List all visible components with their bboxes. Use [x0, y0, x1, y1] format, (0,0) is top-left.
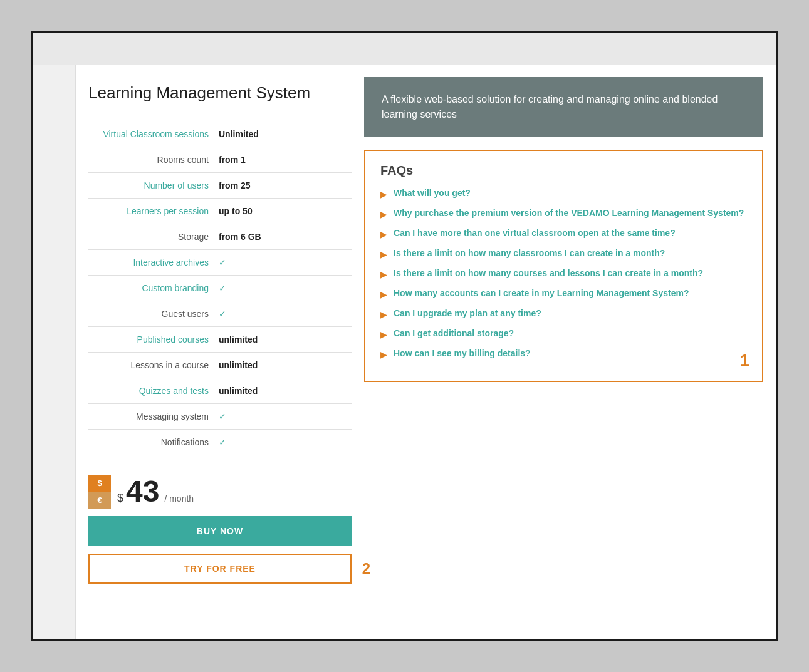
faq-arrow-icon: ▶ — [380, 289, 387, 299]
faq-arrow-icon: ▶ — [380, 229, 387, 239]
faqs-list: ▶What will you get?▶Why purchase the pre… — [380, 188, 747, 359]
table-row: Storagefrom 6 GB — [88, 224, 352, 250]
faq-item[interactable]: ▶Why purchase the premium version of the… — [380, 208, 747, 219]
buy-now-button[interactable]: BUY NOW — [88, 516, 352, 546]
feature-label: Quizzes and tests — [88, 378, 214, 404]
faqs-box: FAQs ▶What will you get?▶Why purchase th… — [364, 150, 763, 382]
faq-question-text: Can I have more than one virtual classro… — [394, 228, 676, 238]
feature-label: Custom branding — [88, 276, 214, 301]
feature-label: Guest users — [88, 301, 214, 327]
feature-value: from 1 — [214, 147, 352, 173]
feature-value: up to 50 — [214, 199, 352, 224]
currency-box: $ € — [88, 475, 111, 509]
price-amount: 43 — [126, 474, 159, 509]
faq-question-text: What will you get? — [394, 188, 471, 198]
faq-arrow-icon: ▶ — [380, 189, 387, 199]
pricing-section: $ € $ 43 / month BUY NOW — [88, 474, 352, 584]
faq-arrow-icon: ▶ — [380, 249, 387, 259]
price-period: / month — [164, 494, 194, 504]
feature-value: ✓ — [214, 404, 352, 430]
feature-value: from 6 GB — [214, 224, 352, 250]
left-sidebar — [33, 65, 76, 639]
page-title: Learning Management System — [88, 77, 352, 103]
top-bar — [33, 33, 776, 65]
table-row: Messaging system✓ — [88, 404, 352, 430]
dollar-sign: $ — [117, 492, 123, 505]
feature-value: ✓ — [214, 430, 352, 455]
feature-value: ✓ — [214, 276, 352, 301]
feature-value: unlimited — [214, 378, 352, 404]
feature-label: Messaging system — [88, 404, 214, 430]
table-row: Notifications✓ — [88, 430, 352, 455]
price-row: $ € $ 43 / month — [88, 474, 352, 509]
faq-item[interactable]: ▶How can I see my billing details? — [380, 348, 747, 359]
faq-arrow-icon: ▶ — [380, 349, 387, 359]
faq-badge: 1 — [739, 351, 749, 371]
main-content: Learning Management System Virtual Class… — [33, 65, 776, 639]
faq-question-text: Is there a limit on how many classrooms … — [394, 248, 665, 258]
right-panel: A flexible web-based solution for creati… — [364, 77, 763, 626]
eur-button[interactable]: € — [88, 492, 111, 509]
usd-button[interactable]: $ — [88, 475, 111, 492]
content-area: Learning Management System Virtual Class… — [76, 65, 776, 639]
feature-value: unlimited — [214, 353, 352, 378]
feature-label: Virtual Classroom sessions — [88, 121, 214, 147]
feature-label: Lessons in a course — [88, 353, 214, 378]
faq-arrow-icon: ▶ — [380, 209, 387, 219]
table-row: Quizzes and testsunlimited — [88, 378, 352, 404]
faq-arrow-icon: ▶ — [380, 269, 387, 279]
table-row: Lessons in a courseunlimited — [88, 353, 352, 378]
feature-table: Virtual Classroom sessionsUnlimitedRooms… — [88, 121, 352, 455]
page-container: Learning Management System Virtual Class… — [31, 31, 778, 641]
faq-item[interactable]: ▶Is there a limit on how many classrooms… — [380, 248, 747, 259]
faq-question-text: Why purchase the premium version of the … — [394, 208, 744, 218]
table-row: Learners per sessionup to 50 — [88, 199, 352, 224]
faq-question-text: Can I get additional storage? — [394, 328, 514, 338]
faq-item[interactable]: ▶What will you get? — [380, 188, 747, 199]
faqs-title: FAQs — [380, 163, 747, 178]
table-row: Number of usersfrom 25 — [88, 173, 352, 199]
description-text: A flexible web-based solution for creati… — [382, 92, 746, 122]
feature-value: Unlimited — [214, 121, 352, 147]
table-row: Rooms countfrom 1 — [88, 147, 352, 173]
feature-value: from 25 — [214, 173, 352, 199]
description-box: A flexible web-based solution for creati… — [364, 77, 763, 137]
faq-arrow-icon: ▶ — [380, 329, 387, 339]
try-row: TRY FOR FREE 2 — [88, 554, 352, 584]
feature-label: Number of users — [88, 173, 214, 199]
feature-value: ✓ — [214, 250, 352, 276]
faq-question-text: How can I see my billing details? — [394, 348, 531, 358]
faq-question-text: Can I upgrade my plan at any time? — [394, 308, 541, 318]
table-row: Guest users✓ — [88, 301, 352, 327]
try-for-free-button[interactable]: TRY FOR FREE — [88, 554, 352, 584]
faq-question-text: How many accounts can I create in my Lea… — [394, 288, 689, 298]
faq-arrow-icon: ▶ — [380, 309, 387, 319]
left-panel: Learning Management System Virtual Class… — [88, 77, 352, 626]
pricing-badge: 2 — [362, 560, 370, 577]
feature-label: Rooms count — [88, 147, 214, 173]
table-row: Interactive archives✓ — [88, 250, 352, 276]
feature-value: ✓ — [214, 301, 352, 327]
faq-item[interactable]: ▶How many accounts can I create in my Le… — [380, 288, 747, 299]
table-row: Virtual Classroom sessionsUnlimited — [88, 121, 352, 147]
feature-label: Published courses — [88, 327, 214, 353]
faq-question-text: Is there a limit on how many courses and… — [394, 268, 703, 278]
feature-label: Storage — [88, 224, 214, 250]
feature-label: Notifications — [88, 430, 214, 455]
table-row: Custom branding✓ — [88, 276, 352, 301]
feature-label: Interactive archives — [88, 250, 214, 276]
feature-value: unlimited — [214, 327, 352, 353]
faq-item[interactable]: ▶Can I upgrade my plan at any time? — [380, 308, 747, 319]
table-row: Published coursesunlimited — [88, 327, 352, 353]
feature-label: Learners per session — [88, 199, 214, 224]
try-wrapper: TRY FOR FREE — [88, 554, 352, 584]
price-display: $ 43 / month — [117, 474, 194, 509]
faq-item[interactable]: ▶Can I have more than one virtual classr… — [380, 228, 747, 239]
faq-item[interactable]: ▶Is there a limit on how many courses an… — [380, 268, 747, 279]
faq-item[interactable]: ▶Can I get additional storage? — [380, 328, 747, 339]
